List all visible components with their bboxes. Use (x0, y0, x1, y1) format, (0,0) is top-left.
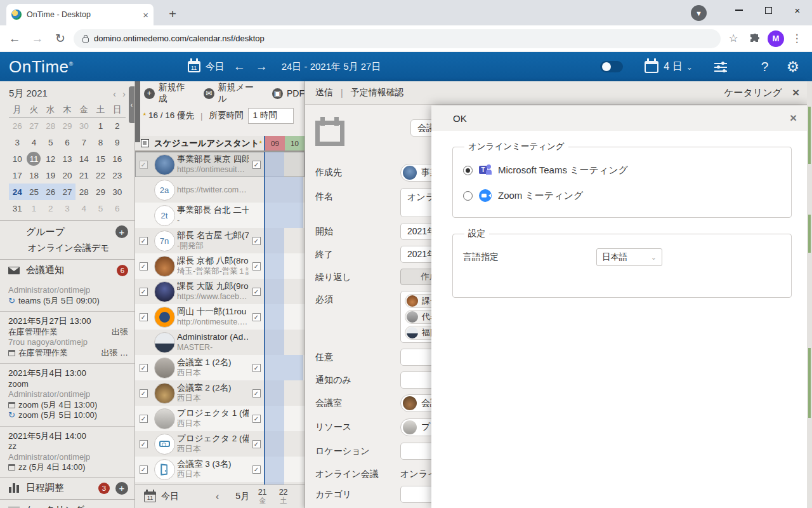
footer-day-column[interactable]: 22土 (275, 488, 291, 505)
row-checkbox-right[interactable]: ✓ (252, 237, 261, 245)
footer-day-column[interactable]: 21金 (254, 488, 270, 505)
new-mail-button[interactable]: ✉ 新規メール (204, 82, 262, 105)
minical-day-cell[interactable]: 20 (59, 167, 75, 184)
minical-day-cell[interactable]: 5 (43, 134, 59, 150)
minical-day-cell[interactable]: 10 (9, 150, 25, 167)
minical-day-cell[interactable]: 19 (43, 167, 59, 184)
row-timeline[interactable] (264, 228, 304, 253)
assistant-row[interactable]: 2t事業部長 台北 二十…- (135, 203, 304, 228)
minical-day-cell[interactable]: 5 (92, 200, 108, 217)
notification-line[interactable]: 在庫管理作業出張 (8, 327, 128, 338)
minical-day-cell[interactable]: 30 (109, 184, 126, 200)
minical-day-cell[interactable]: 15 (92, 150, 108, 167)
notification-line[interactable]: zoom (5月 4日 13:00) (8, 400, 128, 411)
minical-day-cell[interactable]: 2 (43, 200, 59, 217)
assistant-row[interactable]: ✓事業部長 東京 四郎(…https://ontimesuit…✓ (135, 152, 304, 177)
minical-day-cell[interactable]: 16 (109, 150, 126, 167)
notification-line[interactable]: ↻zoom (5月 5日 10:00) (8, 410, 128, 421)
minical-day-cell[interactable]: 30 (75, 117, 92, 134)
row-checkbox[interactable]: ✓ (140, 313, 148, 321)
assistant-row[interactable]: ✓岡山 十一郎(11rou …http://ontimesuite.…✓ (135, 304, 304, 330)
minical-next-icon[interactable]: › (122, 88, 126, 99)
sidebar-section-notices[interactable]: 会議通知 6 (0, 259, 134, 281)
row-checkbox[interactable]: ✓ (140, 161, 148, 169)
catering-panel-close-icon[interactable]: × (792, 86, 799, 100)
row-timeline[interactable] (264, 304, 304, 330)
row-checkbox[interactable]: ✓ (140, 440, 148, 448)
notification-line[interactable]: 2021年5月4日 14:00 (8, 431, 128, 442)
filter-sliders-icon[interactable] (714, 62, 727, 72)
notification-line[interactable]: 2021年5月27日 13:00 (8, 316, 128, 327)
notification-line[interactable]: 在庫管理作業出張 … (8, 348, 128, 359)
row-checkbox-right[interactable]: ✓ (252, 313, 261, 321)
window-close-button[interactable]: × (783, 0, 812, 20)
reload-icon[interactable]: ↻ (51, 29, 70, 48)
minical-day-cell[interactable]: 4 (25, 134, 42, 150)
row-checkbox-right[interactable]: ✓ (252, 161, 261, 169)
row-timeline[interactable] (264, 431, 304, 457)
row-checkbox[interactable]: ✓ (140, 465, 148, 474)
view-toggle[interactable] (600, 61, 623, 72)
address-bar[interactable]: domino.ontimedemo.com/calendar.nsf/deskt… (74, 29, 721, 48)
minical-day-cell[interactable]: 14 (75, 150, 92, 167)
zoom-option[interactable]: Zoom ミーティング (463, 183, 781, 208)
minical-day-cell[interactable]: 28 (75, 184, 92, 200)
notification-line[interactable]: 2021年5月4日 13:00 (8, 368, 128, 379)
sidebar-section-catering[interactable]: ケータリング (0, 499, 134, 508)
minical-day-cell[interactable]: 4 (75, 200, 92, 217)
minical-day-cell[interactable]: 21 (75, 167, 92, 184)
row-timeline[interactable] (264, 203, 304, 228)
minical-prev-icon[interactable]: ‹ (113, 88, 116, 99)
minical-day-cell[interactable]: 27 (25, 117, 42, 134)
assistant-row[interactable]: ✓プロジェクタ 1 (備…西日本✓ (135, 406, 304, 431)
add-scheduling-button[interactable]: + (115, 482, 128, 495)
minical-day-cell[interactable]: 23 (109, 167, 126, 184)
view-selector[interactable]: 4 日 (664, 60, 682, 74)
ok-button[interactable]: OK (453, 113, 467, 124)
teams-radio[interactable] (463, 166, 473, 175)
view-calendar-icon[interactable] (645, 61, 658, 73)
notification-line[interactable]: Administrator/ontimejp (8, 389, 128, 400)
assistant-row[interactable]: 2ahttps://twitter.com… (135, 177, 304, 203)
dialog-close-icon[interactable]: × (790, 111, 797, 125)
minical-day-cell[interactable]: 28 (43, 117, 59, 134)
assistant-row[interactable]: Administrator (Ad…MASTER- (135, 330, 304, 355)
minical-day-cell[interactable]: 26 (9, 117, 25, 134)
confirm-info-button[interactable]: 予定情報確認 (351, 87, 404, 98)
minical-day-cell[interactable]: 7 (75, 134, 92, 150)
extensions-puzzle-icon[interactable] (746, 30, 764, 48)
next-range-button[interactable]: → (256, 60, 268, 74)
row-checkbox-right[interactable]: ✓ (252, 364, 261, 372)
footer-calendar-icon[interactable]: 11 (144, 491, 156, 502)
assistant-row[interactable]: ✓会議室 1 (2名)西日本✓ (135, 355, 304, 380)
minical-day-cell[interactable]: 9 (109, 134, 126, 150)
new-tab-button[interactable]: + (164, 5, 181, 23)
minical-day-cell[interactable]: 6 (59, 134, 75, 150)
minical-day-cell[interactable]: 25 (25, 184, 42, 200)
today-calendar-icon[interactable]: 11 (188, 61, 200, 72)
row-checkbox[interactable]: ✓ (140, 262, 148, 271)
back-icon[interactable]: ← (5, 29, 24, 48)
row-checkbox[interactable]: ✓ (140, 237, 148, 245)
minical-day-cell[interactable]: 18 (25, 167, 42, 184)
teams-option[interactable]: T Microsoft Teams ミーティング (463, 157, 781, 183)
assistant-list-header[interactable]: スケジュールアシスタント 09 10 (135, 136, 304, 152)
sidebar-item-online-demo[interactable]: オンライン会議デモ (0, 243, 134, 259)
minical-day-cell[interactable]: 26 (43, 184, 59, 200)
browser-tab[interactable]: OnTime - Desktop × (6, 4, 154, 25)
row-timeline[interactable] (264, 330, 304, 355)
row-checkbox[interactable]: ✓ (140, 364, 148, 372)
minical-day-cell[interactable]: 3 (9, 134, 25, 150)
minical-day-cell[interactable]: 29 (59, 117, 75, 134)
notification-line[interactable]: Administrator/ontimejp (8, 452, 128, 463)
minical-day-cell[interactable]: 1 (25, 200, 42, 217)
row-checkbox-right[interactable]: ✓ (252, 465, 261, 474)
minical-day-cell[interactable]: 11 (25, 150, 42, 167)
assistant-row[interactable]: ✓会議室 3 (3名)西日本✓ (135, 457, 304, 482)
duration-select[interactable]: 1 時間 (248, 108, 294, 124)
today-button[interactable]: 今日 (206, 61, 225, 73)
sidebar-collapse-handle[interactable]: ‹ (129, 86, 134, 123)
minical-day-cell[interactable]: 22 (92, 167, 108, 184)
notification-line[interactable]: 7rou nagoya/ontimejp (8, 337, 128, 348)
notification-line[interactable]: zoom (8, 379, 128, 390)
